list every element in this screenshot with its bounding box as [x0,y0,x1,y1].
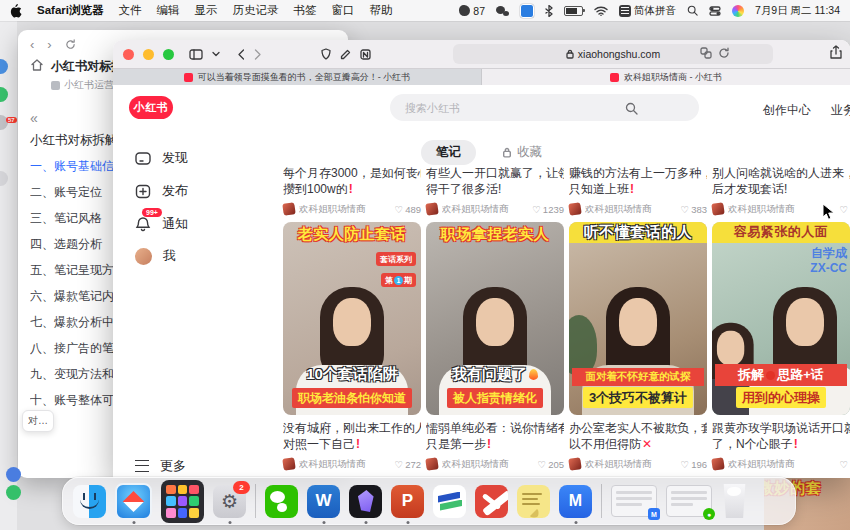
author-name: 欢科姐职场情商 [585,203,677,216]
note-card-image[interactable]: 容易紧张的人面 自学成 ZX-CC 拆解思路+话 用到的心理操 [712,222,850,415]
dock-wechat-icon[interactable] [265,485,298,518]
home-icon[interactable] [30,58,44,72]
notion-extension-icon[interactable] [360,49,371,60]
dock-docs-app-icon[interactable] [433,485,466,518]
note-caption[interactable]: 没有城府，刚出来工作的人，来 对照一下自己! 欢科姐职场情商♡272 [283,420,421,471]
note-card-text[interactable]: 每个月存3000，是如何丧心病狂 攒到100w的! 欢科姐职场情商♡489 [283,165,421,216]
unread-badge: 57 [6,117,17,123]
tab-label: 收藏 [517,144,542,161]
business-link[interactable]: 业务 [831,102,850,119]
note-caption[interactable]: 跟黄亦玫学职场说话开口就赢 了，N个心眼子! 欢科姐职场情商♡ [712,420,850,471]
note-caption[interactable]: 办公室老实人不被欺负，套话可 以不用但得防✕ 欢科姐职场情商♡196 [569,420,707,471]
menu-bar-clock[interactable]: 7月9日 周二 11:34 [755,4,840,18]
siri-icon[interactable] [732,5,744,17]
floating-app-icon[interactable] [6,485,21,500]
note-caption[interactable]: 懦弱单纯必看：说你情绪有问题 只是第一步! 欢科姐职场情商♡205 [426,420,564,471]
sidebar-item-more[interactable]: 更多 [135,457,186,475]
forward-icon[interactable] [254,49,262,60]
exclamation-mark: ! [487,437,491,451]
dock-trash-icon[interactable] [721,484,748,518]
dock-safari-icon[interactable] [115,483,152,520]
xiaohongshu-logo[interactable]: 小红书 [129,96,173,119]
menu-item-bookmarks[interactable]: 书签 [293,3,316,18]
reload-icon[interactable] [718,47,730,59]
dock-word-icon[interactable]: W [307,485,340,518]
menu-item-history[interactable]: 历史记录 [232,3,278,18]
dock-obsidian-icon[interactable] [349,485,382,518]
back-icon[interactable] [237,49,245,60]
search-icon[interactable] [625,101,638,119]
dock-launchpad-icon[interactable] [161,480,204,523]
menu-item-help[interactable]: 帮助 [369,3,392,18]
sidebar-item-publish[interactable]: 发布 [135,182,188,200]
back-icon[interactable]: ‹ [30,37,34,52]
sidebar-item-notifications[interactable]: 99+ 通知 [135,215,188,233]
apple-menu-icon[interactable] [10,4,22,18]
menu-item-edit[interactable]: 编辑 [156,3,179,18]
sidebar-item-me[interactable]: 我 [135,247,176,265]
like-count: 1239 [543,204,564,215]
status-app-icon[interactable]: 87 [459,5,485,17]
minimize-window-button[interactable] [143,49,154,60]
dock-stickies-icon[interactable] [517,485,550,518]
floating-note-widget[interactable]: 对… [22,410,54,432]
bluetooth-icon[interactable] [545,5,553,17]
cover-tag: 期 [404,275,412,286]
privacy-shield-icon[interactable] [321,48,331,60]
apple-icon [766,371,775,380]
menu-item-view[interactable]: 显示 [194,3,217,18]
wifi-icon[interactable] [594,6,608,16]
heart-icon[interactable]: ♡ [395,204,404,215]
wechat-status-icon[interactable] [496,6,509,16]
search-input[interactable] [390,94,699,121]
heart-icon[interactable]: ♡ [681,459,690,470]
author-name: 欢科姐职场情商 [442,458,534,471]
menu-item-window[interactable]: 窗口 [331,3,354,18]
sidebar-toggle-icon[interactable] [189,49,203,60]
extension-icon[interactable] [340,49,351,60]
menu-item-file[interactable]: 文件 [118,3,141,18]
chevron-down-icon[interactable] [212,51,220,57]
note-card-image[interactable]: 听不懂套话的人 面对着不怀好意的试探 3个技巧不被算计 [569,222,707,415]
note-card-text[interactable]: 有些人一开口就赢了，让领导觉 得干了很多活! 欢科姐职场情商♡1239 [426,165,564,216]
tab-collections[interactable]: 收藏 [502,144,542,161]
control-center-icon[interactable] [709,6,721,16]
heart-icon[interactable]: ♡ [681,204,690,215]
close-window-button[interactable] [123,49,134,60]
heart-icon[interactable]: ♡ [839,459,848,470]
share-icon[interactable] [830,45,842,63]
browser-tab-active[interactable]: 欢科姐职场情商 - 小红书 [482,69,850,86]
reload-icon[interactable] [65,39,76,50]
browser-tab[interactable]: 可以当着领导面摸鱼看的书，全部豆瓣高分！- 小红书 [113,69,482,86]
note-card-image[interactable]: 老实人防止套话 套话系列 第1期 10个套话陷阱 职场老油条怕你知道 [283,222,421,415]
heart-icon[interactable]: ♡ [395,459,404,470]
minimized-window-thumbnail[interactable]: ● [666,485,712,517]
input-method-indicator[interactable]: 简体拼音 [619,4,676,18]
menu-app-name[interactable]: Safari浏览器 [37,3,103,18]
tab-notes[interactable]: 笔记 [421,140,476,165]
creator-center-link[interactable]: 创作中心 [763,102,811,119]
dock-powerpoint-icon[interactable]: P [391,485,424,518]
battery-icon[interactable] [564,6,583,16]
note-card-text[interactable]: 赚钱的方法有上一万多种，你却 只知道上班! 欢科姐职场情商♡383 [569,165,707,216]
dock-system-settings-icon[interactable]: ⚙2 [213,485,246,518]
dock-xmind-icon[interactable] [475,485,508,518]
zoom-window-button[interactable] [163,49,174,60]
note-title: 攒到100w的 [283,182,348,196]
notification-badge: 99+ [142,208,162,217]
dock-modao-icon[interactable]: M [559,485,592,518]
tab-bar: 可以当着领导面摸鱼看的书，全部豆瓣高分！- 小红书 欢科姐职场情商 - 小红书 [113,68,850,86]
forward-icon[interactable]: › [47,37,51,52]
input-source-icon[interactable] [520,4,534,18]
heart-icon[interactable]: ♡ [532,204,541,215]
cover-subtitle: 10个套话陷阱 [283,365,421,384]
heart-icon[interactable]: ♡ [839,204,848,215]
minimized-window-thumbnail[interactable]: M [611,485,657,517]
note-card-image[interactable]: 职场拿捏老实人 我有问题了 被人指责情绪化 [426,222,564,415]
heart-icon[interactable]: ♡ [538,459,547,470]
note-title: 赚钱的方法有上一万多种，你却 [569,166,707,180]
spotlight-icon[interactable] [687,5,698,16]
floating-app-icon[interactable] [6,467,21,482]
translate-icon[interactable] [700,47,712,59]
dock-finder-icon[interactable] [73,485,106,518]
